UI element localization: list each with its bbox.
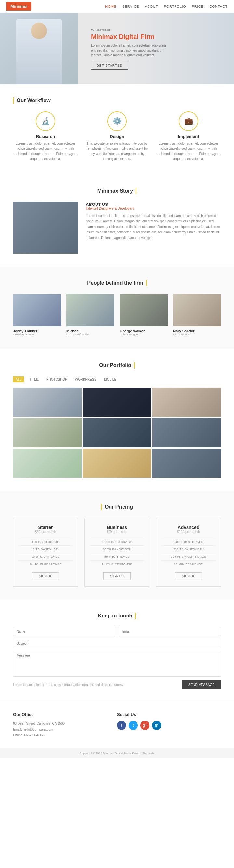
- footer-bottom: Copyright © 2016 Minimax Digital Firm - …: [0, 748, 234, 758]
- footer-office: Our Office 63 Dean Street, California, C…: [13, 712, 117, 738]
- story-content: ABOUT US Talented Designers & Developers…: [86, 202, 221, 241]
- nav-portfolio[interactable]: PORTFOLIO: [164, 4, 186, 8]
- plan-price-starter: $50 per month: [19, 530, 73, 533]
- facebook-icon[interactable]: f: [117, 721, 126, 730]
- pricing-title: Our Pricing: [13, 504, 221, 510]
- research-icon: 🔬: [36, 112, 55, 131]
- portfolio-item-9[interactable]: [152, 448, 221, 478]
- portfolio-tab-wordpress[interactable]: Wordpress: [73, 376, 99, 382]
- portfolio-item-1[interactable]: [13, 388, 82, 417]
- portfolio-tab-all[interactable]: All: [13, 376, 24, 382]
- linkedin-icon[interactable]: in: [152, 721, 161, 730]
- googleplus-icon[interactable]: g+: [140, 721, 150, 730]
- message-textarea[interactable]: [13, 651, 221, 677]
- pricing-grid: Starter $50 per month 100 GB STORAGE 10 …: [13, 518, 221, 587]
- team-photo-3: [173, 294, 221, 327]
- subject-input[interactable]: [13, 639, 221, 648]
- workflow-title: Our Workflow: [13, 97, 221, 104]
- send-message-button[interactable]: SEND MESSAGE: [182, 680, 221, 689]
- portfolio-tab-html[interactable]: HTML: [28, 376, 41, 382]
- email-input[interactable]: [119, 627, 221, 636]
- signup-button-business[interactable]: Sign Up: [103, 572, 130, 580]
- signup-button-starter[interactable]: Sign Up: [32, 572, 59, 580]
- pricing-feature-advanced-1: 200 TB BANDWIDTH: [161, 546, 215, 553]
- workflow-section: Our Workflow 🔬 Research Lorem ipsum dolo…: [0, 84, 234, 175]
- hero-cta-button[interactable]: GET STARTED: [91, 62, 128, 70]
- hero-image: [0, 13, 78, 84]
- footer-address: 63 Dean Street, California, CA 3500: [13, 721, 117, 727]
- implement-title: Implement: [156, 134, 221, 139]
- nav-home[interactable]: HOME: [105, 4, 116, 8]
- design-title: Design: [84, 134, 150, 139]
- design-icon: ⚙️: [107, 112, 127, 131]
- nav-contact[interactable]: CONTACT: [209, 4, 228, 8]
- hero-title: Minimax Digital Firm: [91, 33, 169, 40]
- plan-name-business: Business: [90, 525, 144, 530]
- pricing-accent-bar: [101, 504, 102, 510]
- footer-social-title: Social Us: [117, 712, 221, 717]
- team-photo-1: [66, 294, 114, 327]
- story-section: Minimax Story ABOUT US Talented Designer…: [0, 175, 234, 267]
- pricing-feature-business-2: 30 PRO THEMES: [90, 553, 144, 560]
- contact-accent-bar: [135, 613, 136, 619]
- contact-form: Lorem ipsum dolor sit amet, consectetuer…: [13, 627, 221, 689]
- pricing-feature-starter-1: 10 TB BANDWIDTH: [19, 546, 73, 553]
- portfolio-item-7[interactable]: [13, 448, 82, 478]
- pricing-card-starter: Starter $50 per month 100 GB STORAGE 10 …: [13, 518, 78, 587]
- email-label: Email:: [13, 727, 22, 731]
- team-name-1: Michael: [66, 329, 114, 333]
- nav-about[interactable]: ABOUT: [145, 4, 158, 8]
- portfolio-item-2[interactable]: [83, 388, 152, 417]
- name-input[interactable]: [13, 627, 115, 636]
- story-image-inner: [13, 202, 78, 254]
- nav-price[interactable]: PRICE: [192, 4, 204, 8]
- portfolio-item-5[interactable]: [83, 418, 152, 447]
- team-member-3: Mary Sandor UX Specialist: [173, 294, 221, 336]
- portfolio-tab-mobile[interactable]: Mobile: [102, 376, 118, 382]
- phone-value: 666-666-6366: [24, 734, 44, 737]
- portfolio-item-4[interactable]: [13, 418, 82, 447]
- team-section: People behind the firm Jonny Thinker Cre…: [0, 267, 234, 349]
- team-grid: Jonny Thinker Creative Director Michael …: [13, 294, 221, 336]
- pricing-feature-starter-0: 100 GB STORAGE: [19, 538, 73, 546]
- email-value: hello@company.com: [23, 727, 53, 731]
- copyright-text: Copyright © 2016 Minimax Digital Firm - …: [79, 752, 155, 755]
- form-row-name-email: [13, 627, 221, 636]
- implement-text: Lorem ipsum dolor sit amet, consectetuer…: [156, 141, 221, 162]
- research-title: Research: [13, 134, 78, 139]
- about-sub: Talented Designers & Developers: [86, 207, 221, 210]
- nav-service[interactable]: SERVICE: [122, 4, 139, 8]
- phone-label: Phone:: [13, 734, 23, 737]
- footer-email: Email: hello@company.com: [13, 727, 117, 733]
- navigation: Minimax HOME SERVICE ABOUT PORTFOLIO PRI…: [0, 0, 234, 13]
- portfolio-section: Our Portfolio All HTML Photoshop Wordpre…: [0, 349, 234, 491]
- pricing-card-advanced: Advanced $199 per month 2,000 GB STORAGE…: [156, 518, 221, 587]
- accent-bar: [13, 97, 14, 104]
- team-name-0: Jonny Thinker: [13, 329, 61, 333]
- portfolio-tab-photoshop[interactable]: Photoshop: [45, 376, 69, 382]
- team-role-3: UX Specialist: [173, 333, 221, 336]
- pricing-feature-advanced-0: 2,000 GB STORAGE: [161, 538, 215, 546]
- team-name-2: George Walker: [120, 329, 168, 333]
- story-text: Lorem ipsum dolor sit amet, consectetuer…: [86, 213, 221, 241]
- team-role-0: Creative Director: [13, 333, 61, 336]
- twitter-icon[interactable]: t: [129, 721, 138, 730]
- pricing-feature-business-3: 1 HOUR RESPONSE: [90, 560, 144, 568]
- logo[interactable]: Minimax: [6, 2, 31, 11]
- pricing-feature-starter-2: 10 BASIC THEMES: [19, 553, 73, 560]
- workflow-item-research: 🔬 Research Lorem ipsum dolor sit amet, c…: [13, 112, 78, 162]
- plan-name-starter: Starter: [19, 525, 73, 530]
- story-inner: ABOUT US Talented Designers & Developers…: [13, 202, 221, 254]
- footer-info: Our Office 63 Dean Street, California, C…: [0, 702, 234, 748]
- signup-button-advanced[interactable]: Sign Up: [175, 572, 202, 580]
- portfolio-item-8[interactable]: [83, 448, 152, 478]
- footer-office-title: Our Office: [13, 712, 117, 717]
- plan-name-advanced: Advanced: [161, 525, 215, 530]
- team-role-2: Chief Designer: [120, 333, 168, 336]
- contact-section: Keep in touch Lorem ipsum dolor sit amet…: [0, 600, 234, 702]
- team-title: People behind the firm: [13, 280, 221, 286]
- team-name-3: Mary Sandor: [173, 329, 221, 333]
- portfolio-item-3[interactable]: [152, 388, 221, 417]
- story-title: Minimax Story: [13, 188, 221, 194]
- portfolio-item-6[interactable]: [152, 418, 221, 447]
